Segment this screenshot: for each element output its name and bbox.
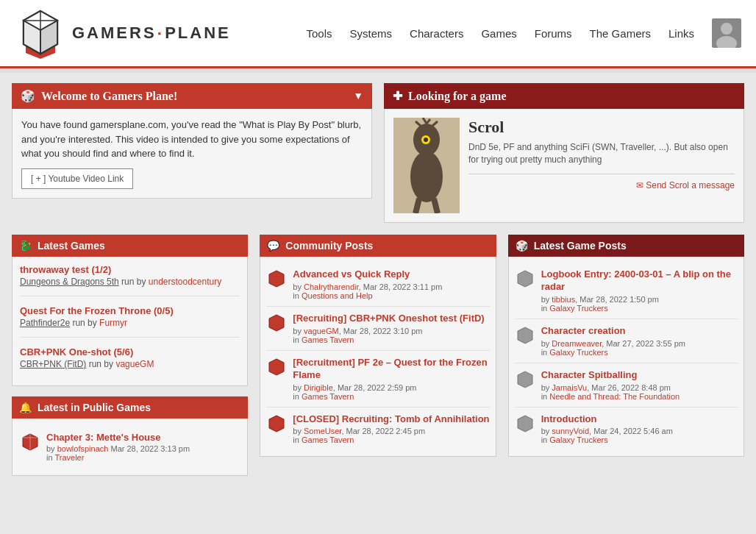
pub-post-title[interactable]: Chapter 3: Mette's House — [46, 432, 240, 443]
nav-games[interactable]: Games — [481, 27, 516, 40]
svg-point-18 — [410, 151, 443, 202]
gp-cube-icon — [515, 325, 535, 346]
game-post-item: Character creation by Dreamweaver, Mar 2… — [515, 319, 738, 363]
game-gm[interactable]: Furmyr — [99, 318, 127, 328]
post-forum[interactable]: Games Tavern — [302, 435, 354, 444]
post-date: Mar 28, 2022 2:45 pm — [346, 427, 426, 435]
post-author[interactable]: SomeUser — [304, 427, 341, 435]
looking-body: Scrol DnD 5e, PF and anything SciFi (SWN… — [384, 109, 744, 223]
community-icon: 💬 — [267, 240, 279, 252]
in-label: in — [541, 392, 550, 401]
in-label: in — [293, 435, 302, 444]
svg-point-8 — [721, 23, 732, 35]
community-title: Community Posts — [285, 240, 373, 252]
post-title[interactable]: [Recruitment] PF 2e – Quest for the Froz… — [293, 357, 489, 382]
svg-line-19 — [416, 199, 419, 213]
post-author[interactable]: Chalrytharendir — [304, 282, 359, 291]
pub-forum[interactable]: Traveler — [54, 453, 84, 462]
game-system[interactable]: Dungeons & Dragons 5th — [20, 277, 119, 287]
post-title[interactable]: [Recruiting] CBR+PNK Oneshot test (FitD) — [293, 313, 489, 325]
gp-author[interactable]: JamaisVu — [552, 383, 587, 392]
nav-tools[interactable]: Tools — [307, 27, 332, 40]
video-link-button[interactable]: [ + ] Youtube Video Link — [21, 168, 133, 189]
looking-title: Looking for a game — [408, 90, 506, 103]
logo-text: GAMERS ▪ PLANE — [72, 24, 231, 43]
gp-title[interactable]: Character creation — [541, 325, 738, 338]
gp-content: Introduction by sunnyVoid, Mar 24, 2022 … — [541, 413, 738, 445]
gp-forum[interactable]: Galaxy Truckers — [549, 304, 607, 313]
post-item: [Recruitment] PF 2e – Quest for the Froz… — [266, 351, 489, 407]
game-post-item: Character Spitballing by JamaisVu, Mar 2… — [515, 363, 738, 407]
game-post-item: Logbook Entry: 2400-03-01 – A blip on th… — [515, 263, 738, 319]
public-item: Chapter 3: Mette's House by bowlofspinac… — [20, 426, 240, 468]
logo-area[interactable]: GAMERS ▪ PLANE — [15, 7, 231, 59]
gp-forum[interactable]: Needle and Thread: The Foundation — [549, 392, 680, 401]
site-header: GAMERS ▪ PLANE Tools Systems Characters … — [0, 0, 756, 68]
gp-meta: by Dreamweaver, Mar 27, 2022 3:55 pm in … — [541, 339, 738, 357]
three-column-section: 🐉 Latest Games throwaway test (1/2) Dung… — [12, 235, 744, 476]
post-meta: by SomeUser, Mar 28, 2022 2:45 pm in Gam… — [293, 427, 489, 444]
post-item: Advanced vs Quick Reply by Chalrytharend… — [266, 263, 489, 307]
post-item: [CLOSED] Recruiting: Tomb of Annihilatio… — [266, 407, 489, 451]
nav-systems[interactable]: Systems — [350, 27, 393, 40]
game-posts-icon: 🎲 — [516, 240, 528, 252]
game-title[interactable]: Quest For the Frozen Throne (0/5) — [20, 305, 240, 316]
run-by-label: run by — [72, 318, 99, 328]
gp-title[interactable]: Introduction — [541, 413, 738, 426]
looking-header: ✚ Looking for a game — [384, 83, 744, 109]
post-meta: by Dirigible, Mar 28, 2022 2:59 pm in Ga… — [293, 383, 489, 401]
post-author[interactable]: vagueGM — [304, 327, 339, 335]
scrol-username[interactable]: Scrol — [468, 118, 735, 137]
community-posts-column: 💬 Community Posts Advanced vs Quick Repl… — [260, 235, 496, 476]
post-title[interactable]: Advanced vs Quick Reply — [293, 268, 489, 281]
game-gm[interactable]: understoodcentury — [149, 277, 221, 287]
scrol-description: DnD 5e, PF and anything SciFi (SWN, Trav… — [468, 141, 735, 166]
gp-author[interactable]: sunnyVoid — [552, 427, 589, 435]
post-author[interactable]: Dirigible — [304, 383, 333, 392]
pub-content: Chapter 3: Mette's House by bowlofspinac… — [46, 432, 240, 462]
nav-the-gamers[interactable]: The Gamers — [590, 27, 651, 40]
collapse-arrow[interactable]: ▼ — [353, 90, 363, 102]
by-label: by — [293, 327, 304, 335]
user-avatar[interactable] — [712, 18, 741, 48]
welcome-icon: 🎲 — [21, 89, 35, 103]
post-forum[interactable]: Games Tavern — [302, 335, 354, 344]
top-row: 🎲 Welcome to Gamers Plane! ▼ You have fo… — [12, 83, 744, 223]
game-meta: Dungeons & Dragons 5th run by understood… — [20, 277, 240, 287]
nav-forums[interactable]: Forums — [535, 27, 572, 40]
post-content: Advanced vs Quick Reply by Chalrytharend… — [293, 268, 489, 300]
gp-content: Character Spitballing by JamaisVu, Mar 2… — [541, 369, 738, 401]
svg-marker-28 — [518, 271, 532, 287]
send-message-link[interactable]: ✉ Send Scrol a message — [468, 180, 735, 191]
pub-author[interactable]: bowlofspinach — [57, 444, 109, 453]
gp-author[interactable]: tibbius — [552, 295, 575, 304]
main-content: 🎲 Welcome to Gamers Plane! ▼ You have fo… — [0, 73, 756, 486]
post-date: Mar 28, 2022 3:11 pm — [363, 282, 443, 291]
public-body: Chapter 3: Mette's House by bowlofspinac… — [12, 419, 248, 476]
latest-games-column: 🐉 Latest Games throwaway test (1/2) Dung… — [12, 235, 248, 476]
scrol-character-art — [393, 118, 460, 213]
by-label: by — [293, 383, 304, 392]
game-title[interactable]: throwaway test (1/2) — [20, 264, 240, 275]
gp-forum[interactable]: Galaxy Truckers — [549, 348, 607, 357]
gp-forum[interactable]: Galaxy Truckers — [549, 435, 607, 444]
game-system[interactable]: Pathfinder2e — [20, 318, 70, 328]
gp-meta: by sunnyVoid, Mar 24, 2022 5:46 am in Ga… — [541, 427, 738, 444]
svg-marker-27 — [269, 416, 284, 432]
post-forum[interactable]: Games Tavern — [302, 392, 354, 401]
gp-title[interactable]: Logbook Entry: 2400-03-01 – A blip on th… — [541, 268, 738, 293]
nav-links[interactable]: Links — [668, 27, 694, 40]
post-forum[interactable]: Questions and Help — [302, 291, 373, 300]
latest-games-list: throwaway test (1/2) Dungeons & Dragons … — [12, 257, 248, 386]
game-gm[interactable]: vagueGM — [115, 359, 154, 369]
looking-icon: ✚ — [393, 89, 402, 103]
game-system[interactable]: CBR+PNK (FitD) — [20, 359, 86, 369]
nav-characters[interactable]: Characters — [410, 27, 463, 40]
post-title[interactable]: [CLOSED] Recruiting: Tomb of Annihilatio… — [293, 413, 489, 426]
game-title[interactable]: CBR+PNK One-shot (5/6) — [20, 346, 240, 357]
post-content: [Recruitment] PF 2e – Quest for the Froz… — [293, 357, 489, 401]
gp-author[interactable]: Dreamweaver — [552, 339, 602, 348]
gp-title[interactable]: Character Spitballing — [541, 369, 738, 382]
svg-point-17 — [424, 138, 428, 142]
scrol-image — [393, 118, 460, 213]
